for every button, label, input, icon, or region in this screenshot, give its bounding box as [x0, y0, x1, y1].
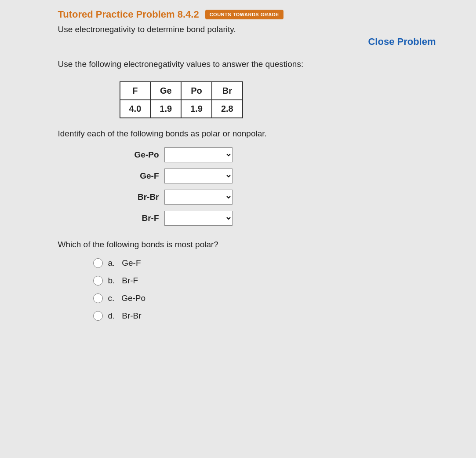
most-polar-radio-group: a. Ge-F b. Br-F c. Ge-Po d: [93, 258, 436, 321]
radio-option-c[interactable]: [93, 293, 103, 303]
bond-select-br-br[interactable]: polar nonpolar: [164, 190, 233, 205]
bond-select-ge-f[interactable]: polar nonpolar: [164, 169, 233, 183]
radio-option-d[interactable]: [93, 311, 103, 321]
table-header-br: Br: [212, 82, 243, 100]
radio-row-b: b. Br-F: [93, 276, 436, 286]
counts-towards-grade-badge: COUNTS TOWARDS GRADE: [205, 10, 283, 19]
radio-option-a[interactable]: [93, 258, 103, 268]
bond-label-br-f: Br-F: [128, 213, 159, 223]
most-polar-label: Which of the following bonds is most pol…: [58, 240, 418, 249]
bond-select-ge-po[interactable]: polar nonpolar: [164, 147, 233, 162]
table-value-po: 1.9: [181, 100, 212, 118]
bond-label-ge-f: Ge-F: [128, 171, 159, 181]
bond-row-br-br: Br-Br polar nonpolar: [128, 190, 436, 205]
problem-subtitle: Use electronegativity to determine bond …: [58, 25, 436, 34]
radio-label-c: c. Ge-Po: [108, 293, 146, 303]
table-value-ge: 1.9: [150, 100, 181, 118]
bond-label-ge-po: Ge-Po: [128, 150, 159, 160]
radio-row-a: a. Ge-F: [93, 258, 436, 268]
close-problem-link[interactable]: Close Problem: [368, 36, 436, 47]
header: Tutored Practice Problem 8.4.2 COUNTS TO…: [58, 9, 436, 20]
bond-label-br-br: Br-Br: [128, 192, 159, 202]
table-header-ge: Ge: [150, 82, 181, 100]
table-values-row: 4.0 1.9 1.9 2.8: [120, 100, 243, 118]
bond-selects: Ge-Po polar nonpolar Ge-F polar nonpolar…: [128, 147, 436, 226]
bond-row-br-f: Br-F polar nonpolar: [128, 211, 436, 226]
electronegativity-table-wrapper: F Ge Po Br 4.0 1.9 1.9 2.8: [120, 81, 436, 118]
radio-label-b: b. Br-F: [108, 276, 138, 286]
radio-row-d: d. Br-Br: [93, 311, 436, 321]
table-value-f: 4.0: [120, 100, 151, 118]
identify-bonds-label: Identify each of the following bonds as …: [58, 129, 418, 139]
radio-label-d: d. Br-Br: [108, 311, 142, 321]
electronegativity-table: F Ge Po Br 4.0 1.9 1.9 2.8: [120, 81, 243, 118]
table-header-po: Po: [181, 82, 212, 100]
bond-row-ge-po: Ge-Po polar nonpolar: [128, 147, 436, 162]
table-header-row: F Ge Po Br: [120, 82, 243, 100]
bond-row-ge-f: Ge-F polar nonpolar: [128, 169, 436, 183]
radio-label-a: a. Ge-F: [108, 258, 141, 268]
problem-title: Tutored Practice Problem 8.4.2: [58, 9, 199, 20]
page-container: Tutored Practice Problem 8.4.2 COUNTS TO…: [23, 0, 454, 338]
close-problem-wrapper: Close Problem: [58, 36, 436, 48]
radio-option-b[interactable]: [93, 276, 103, 286]
table-header-f: F: [120, 82, 151, 100]
radio-row-c: c. Ge-Po: [93, 293, 436, 303]
intro-text: Use the following electronegativity valu…: [58, 58, 418, 71]
bond-select-br-f[interactable]: polar nonpolar: [164, 211, 233, 226]
table-value-br: 2.8: [212, 100, 243, 118]
